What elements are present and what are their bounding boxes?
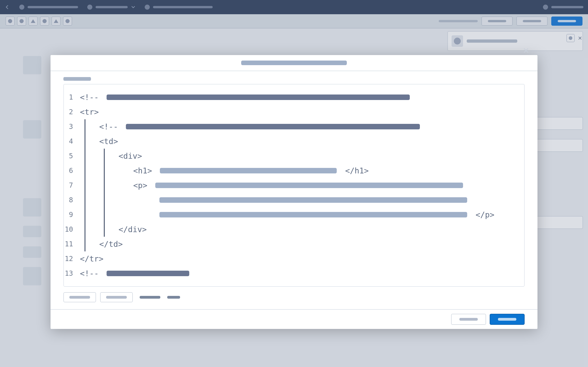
indent-guide: [85, 237, 86, 251]
code-line[interactable]: 11</td>: [64, 237, 517, 251]
toolbar-secondary-2[interactable]: [516, 17, 548, 26]
nav-item-3[interactable]: [145, 5, 213, 10]
code-comment: <!--: [99, 119, 123, 134]
user-avatar-icon[interactable]: [543, 5, 548, 10]
code-action-button-2[interactable]: [100, 292, 133, 302]
indent-guide: [85, 134, 86, 149]
toolbar: [0, 14, 588, 28]
code-content: </tr>: [80, 251, 517, 266]
code-comment: <!--: [80, 266, 103, 281]
code-content: <!--: [80, 266, 517, 281]
indent-guide: [85, 163, 86, 178]
code-content: </div>: [80, 222, 517, 237]
code-info-text-2: [167, 296, 180, 299]
code-content: <!--: [80, 90, 517, 105]
code-comment: <!--: [80, 90, 103, 105]
line-number: 12: [64, 251, 80, 266]
code-line[interactable]: 1<!--: [64, 90, 517, 105]
line-number: 11: [64, 237, 80, 251]
code-line[interactable]: 12</tr>: [64, 251, 517, 266]
indent-guide: [104, 222, 105, 237]
code-line[interactable]: 9 </p>: [64, 207, 517, 222]
line-number: 2: [64, 105, 80, 119]
cancel-button[interactable]: [451, 314, 486, 325]
code-text-placeholder: [107, 94, 410, 100]
code-content: <td>: [80, 134, 517, 149]
tool-button-4[interactable]: [40, 17, 49, 26]
toolbar-primary-button[interactable]: [551, 17, 582, 26]
nav-item-1[interactable]: [19, 5, 78, 10]
code-line[interactable]: 13<!--: [64, 266, 517, 281]
code-line[interactable]: 3<!--: [64, 119, 517, 134]
circle-icon: [19, 19, 24, 23]
code-line[interactable]: 4<td>: [64, 134, 517, 149]
code-tag: </div>: [119, 222, 151, 237]
side-close-icon[interactable]: ×: [578, 34, 582, 42]
code-line[interactable]: 8: [64, 193, 517, 207]
toolbar-status-text: [439, 20, 478, 22]
back-button[interactable]: [5, 4, 10, 10]
side-panel-controls: ×: [566, 34, 582, 42]
line-number: 6: [64, 163, 80, 178]
modal-header: [51, 55, 537, 71]
code-tag: <tr>: [80, 105, 103, 119]
modal-footer: [51, 309, 537, 329]
nav-item-2[interactable]: [87, 5, 136, 10]
code-editor-modal: × 1<!-- 2<tr> 3<!-- 4<td> 5<div> 6<h1> <…: [51, 55, 537, 329]
bg-card: [23, 246, 41, 258]
line-number: 3: [64, 119, 80, 134]
code-line[interactable]: 2<tr>: [64, 105, 517, 119]
code-text-placeholder: [159, 212, 467, 217]
circle-icon: [43, 19, 47, 23]
nav-dot-icon: [87, 5, 92, 10]
side-option-button[interactable]: [566, 34, 575, 42]
tool-button-3[interactable]: [28, 17, 38, 26]
bg-card: [23, 120, 41, 139]
code-tag: <p>: [133, 178, 152, 193]
code-line[interactable]: 10</div>: [64, 222, 517, 237]
circle-icon: [65, 19, 69, 23]
indent-guide: [85, 207, 86, 222]
code-text-placeholder: [155, 183, 463, 188]
confirm-button[interactable]: [490, 314, 525, 325]
user-label: [551, 6, 583, 8]
line-number: 9: [64, 207, 80, 222]
code-content: <div>: [80, 149, 517, 163]
chevron-down-icon: [131, 5, 136, 9]
modal-close-button[interactable]: ×: [521, 46, 531, 55]
nav-dot-icon: [19, 5, 24, 10]
top-nav: [0, 0, 588, 14]
code-tag: </tr>: [80, 251, 108, 266]
tool-button-6[interactable]: [63, 17, 72, 26]
bg-card: [23, 198, 41, 217]
indent-guide: [85, 193, 86, 207]
line-number: 13: [64, 266, 80, 281]
indent-guide: [104, 193, 105, 207]
code-tag: </h1>: [340, 163, 369, 178]
side-avatar-box: [451, 35, 463, 47]
indent-guide: [104, 149, 105, 163]
tool-button-1[interactable]: [6, 17, 15, 26]
nav-label: [95, 6, 128, 8]
code-tag: </td>: [99, 237, 128, 251]
avatar-icon: [454, 38, 461, 44]
line-number: 4: [64, 134, 80, 149]
code-info-text-1: [140, 296, 160, 299]
bg-card: [23, 56, 41, 74]
code-action-button-1[interactable]: [63, 292, 96, 302]
line-number: 1: [64, 90, 80, 105]
tool-button-5[interactable]: [52, 17, 61, 26]
code-line[interactable]: 6<h1> </h1>: [64, 163, 517, 178]
code-editor[interactable]: 1<!-- 2<tr> 3<!-- 4<td> 5<div> 6<h1> </h…: [63, 84, 525, 287]
code-content: <!--: [80, 119, 517, 134]
code-tag: <td>: [99, 134, 123, 149]
code-text-placeholder: [126, 124, 420, 129]
toolbar-secondary-1[interactable]: [481, 17, 513, 26]
line-number: 8: [64, 193, 80, 207]
code-line[interactable]: 5<div>: [64, 149, 517, 163]
code-content: <h1> </h1>: [80, 163, 517, 178]
tool-button-2[interactable]: [17, 17, 26, 26]
code-text-placeholder: [160, 168, 337, 173]
code-line[interactable]: 7<p>: [64, 178, 517, 193]
indent-guide: [104, 163, 105, 178]
